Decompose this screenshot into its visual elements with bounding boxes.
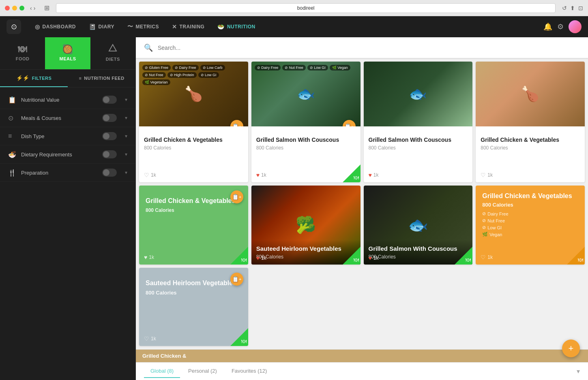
tab-food[interactable]: 🍽 FOOD: [0, 37, 45, 69]
tab-personal-label: Personal (2): [188, 368, 217, 374]
tab-diets[interactable]: DIETS: [90, 37, 135, 69]
filters-toggle-icon: ⚡⚡: [16, 75, 30, 81]
meal-card-4[interactable]: 🍗 Grilled Chicken & Vegetables 800 Calor…: [476, 62, 585, 182]
floating-add-button[interactable]: +: [562, 339, 580, 357]
search-bar: 🔍: [136, 37, 588, 58]
card-title-1: Grilled Chicken & Vegetables: [144, 136, 243, 143]
likes-3: 1k: [373, 172, 379, 178]
preparation-toggle[interactable]: [102, 169, 117, 177]
window-button[interactable]: ⊡: [578, 5, 583, 11]
tab-favourites-label: Favourites (12): [232, 368, 267, 374]
heart-icon-6[interactable]: ♥: [256, 255, 260, 261]
maximize-button[interactable]: [19, 6, 24, 11]
settings-icon[interactable]: ⚙: [557, 22, 564, 31]
badge-low-carb: ⊘ Low Carb: [200, 65, 225, 70]
corner-chef-8: 🍽: [578, 257, 583, 263]
tab-favourites[interactable]: Favourites (12): [225, 365, 273, 378]
badge-gluten-free: ⊘ Gluten Free: [142, 65, 171, 70]
heart-icon-3[interactable]: ♥: [369, 172, 372, 178]
card-title-9: Sauteed Heirloom Vegetables: [146, 279, 242, 288]
search-icon: 🔍: [144, 43, 153, 52]
card-image-7: 🐟 Grilled Salmon With Couscous 800 Calor…: [364, 186, 473, 265]
tab-personal[interactable]: Personal (2): [182, 365, 223, 378]
add-to-diary-btn-5[interactable]: 📋+: [230, 190, 243, 203]
content-area: 🔍 🍗 ⊘ Gluten Free ⊘ Dairy Free ⊘ Low Car…: [136, 37, 588, 380]
dish-type-label: Dish Type: [21, 133, 97, 139]
nutrition-feed-icon: ≡: [79, 76, 82, 81]
meal-card-6[interactable]: 🥦 Sauteed Heirloom Vegetables 800 Calori…: [251, 186, 361, 265]
meals-courses-toggle[interactable]: [102, 114, 117, 122]
nav-item-dashboard[interactable]: ◎ DASHBOARD: [29, 20, 82, 33]
minimize-button[interactable]: [12, 6, 17, 11]
filter-preparation[interactable]: 🍴 Preparation ▾: [0, 164, 135, 182]
tab-global-label: Global (8): [150, 368, 174, 374]
nav-item-nutrition[interactable]: 🥗 NUTRITION: [212, 20, 261, 33]
meals-courses-label: Meals & Courses: [21, 115, 97, 121]
dietary-label: Dietary Requirements: [21, 152, 97, 158]
partial-card-title: Grilled Chicken &: [142, 353, 186, 359]
filter-dietary-requirements[interactable]: 🍜 Dietary Requirements ▾: [0, 145, 135, 164]
card-footer-2: ♥ 1k 🍽: [251, 169, 361, 182]
nav-item-metrics[interactable]: 〜 METRICS: [122, 20, 165, 34]
address-bar[interactable]: bodireel: [56, 3, 556, 13]
reload-button[interactable]: ↺: [562, 5, 567, 11]
share-button[interactable]: ⬆: [570, 5, 575, 11]
meal-card-5[interactable]: 📋+ Grilled Chicken & Vegetables 800 Calo…: [139, 186, 248, 265]
tab-global[interactable]: Global (8): [144, 365, 180, 378]
browser-actions: ↺ ⬆ ⊡: [562, 5, 583, 11]
filters-toggle-btn[interactable]: ⚡⚡ FILTERS: [0, 70, 68, 87]
badge-dairy-free: ⊘ Dairy Free: [172, 65, 199, 70]
meal-card-7[interactable]: 🐟 Grilled Salmon With Couscous 800 Calor…: [364, 186, 473, 265]
back-button[interactable]: ‹: [30, 5, 32, 11]
sidebar-toggle-button[interactable]: ⊞: [44, 4, 49, 12]
meal-card-1[interactable]: 🍗 ⊘ Gluten Free ⊘ Dairy Free ⊘ Low Carb …: [139, 62, 248, 182]
forward-button[interactable]: ›: [34, 5, 36, 11]
filter-meals-courses[interactable]: ⊙ Meals & Courses ▾: [0, 109, 135, 127]
search-input[interactable]: [158, 45, 580, 51]
card-footer-9: ♡ 1k 🍽: [139, 332, 248, 346]
food-tab-label: FOOD: [16, 56, 30, 61]
heart-icon-7[interactable]: ♥: [369, 255, 372, 261]
card-image-3: 🐟: [364, 62, 473, 126]
meal-card-2[interactable]: 🐟 ⊘ Dairy Free ⊘ Nut Free ⊘ Low GI 🌿 Veg…: [251, 62, 361, 182]
heart-icon-4[interactable]: ♡: [481, 172, 486, 178]
nutritional-value-toggle[interactable]: [102, 96, 117, 104]
filter-list: 📋 Nutritional Value ▾ ⊙ Meals & Courses …: [0, 88, 135, 185]
heart-icon-5[interactable]: ♥: [144, 254, 147, 260]
add-to-diary-btn-9[interactable]: 📋+: [230, 273, 243, 286]
card-body-9: 📋+ Sauteed Heirloom Vegetables 800 Calor…: [139, 268, 248, 332]
filter-nutritional-value[interactable]: 📋 Nutritional Value ▾: [0, 91, 135, 109]
sub-tabs: 🍽 FOOD 🥘 MEALS DIETS: [0, 37, 135, 70]
food-visual-4: 🍗: [476, 62, 585, 126]
tab-meals[interactable]: 🥘 MEALS: [45, 37, 90, 69]
bottom-chevron-icon[interactable]: ▾: [577, 367, 580, 375]
avatar[interactable]: [569, 20, 582, 33]
dish-type-toggle[interactable]: [102, 132, 117, 140]
dietary-toggle[interactable]: [102, 150, 117, 158]
heart-icon-9[interactable]: ♡: [144, 335, 149, 342]
heart-icon-8[interactable]: ♡: [481, 254, 486, 260]
card-body-3: Grilled Salmon With Couscous 800 Calorie…: [364, 126, 473, 169]
card-calories-4: 800 Calories: [481, 145, 580, 151]
card-title-7: Grilled Salmon With Couscous: [369, 245, 468, 253]
dish-type-chevron: ▾: [125, 133, 127, 139]
filter-dish-type[interactable]: ≡ Dish Type ▾: [0, 127, 135, 145]
card-title-5: Grilled Chicken & Vegetables: [146, 197, 242, 205]
app-navbar: ⊙ ◎ DASHBOARD 📓 DIARY 〜 METRICS ✕ TRAINI…: [0, 16, 588, 37]
card-title-4: Grilled Chicken & Vegetables: [481, 136, 580, 143]
heart-icon-1[interactable]: ♡: [144, 172, 149, 178]
meal-card-9[interactable]: 📋+ Sauteed Heirloom Vegetables 800 Calor…: [139, 268, 248, 346]
heart-icon-2[interactable]: ♥: [256, 172, 260, 178]
likes-2: 1k: [261, 172, 266, 178]
likes-8: 1k: [487, 254, 493, 260]
meal-card-3[interactable]: 🐟 Grilled Salmon With Couscous 800 Calor…: [364, 62, 473, 182]
card-footer-4: ♡ 1k: [476, 169, 585, 182]
meal-card-8[interactable]: Grilled Chicken & Vegetables 800 Calorie…: [476, 186, 585, 265]
nav-item-diary[interactable]: 📓 DIARY: [83, 20, 120, 33]
nav-item-training[interactable]: ✕ TRAINING: [166, 20, 210, 33]
likes-9: 1k: [151, 336, 156, 342]
notification-icon[interactable]: 🔔: [543, 22, 552, 31]
browser-chrome: ‹ › ⊞ bodireel ↺ ⬆ ⊡: [0, 0, 588, 16]
close-button[interactable]: [5, 6, 10, 11]
nutrition-feed-toggle-btn[interactable]: ≡ NUTRITION FEED: [68, 70, 135, 87]
